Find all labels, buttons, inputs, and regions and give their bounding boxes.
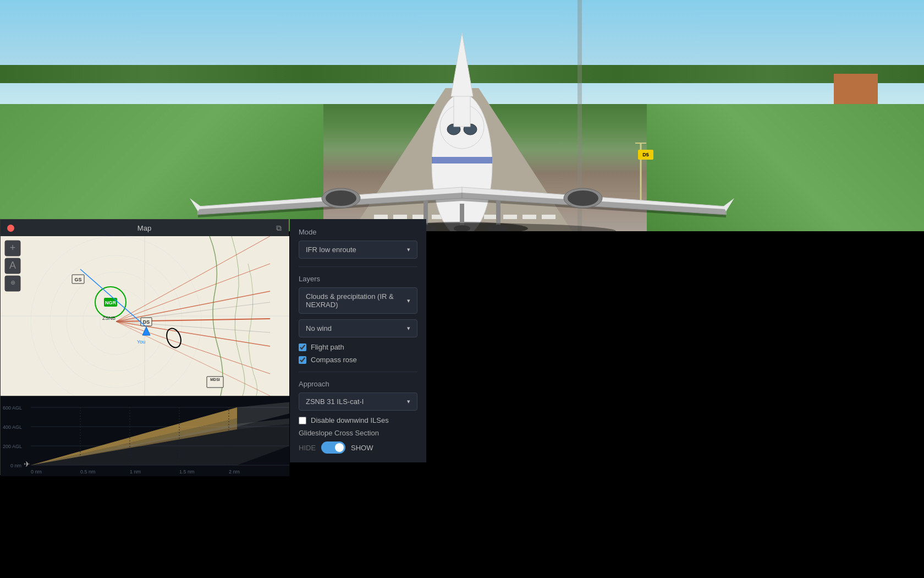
layer1-dropdown[interactable]: Clouds & precipitation (IR & NEXRAD) ▾ bbox=[299, 287, 417, 314]
divider-2 bbox=[299, 372, 417, 372]
svg-text:+: + bbox=[10, 242, 16, 253]
svg-marker-36 bbox=[190, 198, 201, 211]
svg-text:NGR: NGR bbox=[105, 300, 117, 306]
svg-marker-27 bbox=[451, 33, 473, 96]
mode-dropdown[interactable]: IFR low enroute ▾ bbox=[299, 241, 417, 259]
expand-icon[interactable]: ⧉ bbox=[276, 223, 282, 233]
divider-1 bbox=[299, 266, 417, 267]
svg-text:DS: DS bbox=[143, 319, 150, 325]
svg-text:A: A bbox=[9, 260, 16, 271]
mode-selected: IFR low enroute bbox=[306, 246, 356, 254]
svg-text:0 nm: 0 nm bbox=[31, 469, 42, 475]
svg-text:MDSI: MDSI bbox=[210, 378, 220, 381]
svg-text:0 nm: 0 nm bbox=[10, 463, 21, 468]
compass-rose-label[interactable]: Compass rose bbox=[311, 356, 357, 364]
svg-text:✈: ✈ bbox=[24, 460, 30, 468]
glideslope-label: Glideslope Cross Section bbox=[299, 429, 417, 437]
layers-label: Layers bbox=[299, 275, 417, 283]
svg-rect-28 bbox=[432, 157, 492, 163]
disable-downwind-checkbox[interactable] bbox=[299, 417, 306, 424]
flight-path-label[interactable]: Flight path bbox=[311, 343, 344, 351]
approach-dropdown[interactable]: ZSNB 31 ILS-cat-I ▾ bbox=[299, 392, 417, 411]
settings-panel: Mode IFR low enroute ▾ Layers Clouds & p… bbox=[290, 219, 426, 462]
svg-text:200 AGL: 200 AGL bbox=[3, 444, 22, 449]
svg-point-20 bbox=[326, 190, 356, 206]
svg-text:D5: D5 bbox=[642, 152, 649, 157]
svg-rect-26 bbox=[454, 94, 470, 127]
layer2-selected: No wind bbox=[306, 324, 332, 332]
map-canvas[interactable]: NGR GS ZSNB DS You bbox=[1, 236, 289, 396]
hide-label: HIDE bbox=[299, 444, 316, 452]
compass-rose-row: Compass rose bbox=[299, 356, 417, 364]
layer2-arrow-icon: ▾ bbox=[407, 325, 410, 332]
svg-text:You: You bbox=[137, 339, 145, 345]
approach-label: Approach bbox=[299, 380, 417, 388]
flight-path-checkbox[interactable] bbox=[299, 343, 306, 351]
svg-rect-4 bbox=[393, 215, 407, 219]
svg-rect-8 bbox=[503, 215, 517, 219]
disable-downwind-row: Disable downwind ILSes bbox=[299, 416, 417, 424]
approach-arrow-icon: ▾ bbox=[407, 398, 410, 405]
svg-rect-3 bbox=[374, 215, 388, 219]
svg-text:0.5 nm: 0.5 nm bbox=[80, 469, 96, 475]
close-button[interactable] bbox=[7, 225, 14, 232]
svg-point-22 bbox=[568, 190, 598, 206]
svg-text:⊕: ⊕ bbox=[10, 279, 15, 286]
glideslope-toggle-row: HIDE SHOW bbox=[299, 441, 417, 454]
svg-rect-10 bbox=[542, 215, 556, 219]
svg-text:1 nm: 1 nm bbox=[130, 469, 141, 475]
show-label: SHOW bbox=[351, 444, 373, 452]
svg-marker-37 bbox=[723, 198, 734, 211]
svg-rect-9 bbox=[522, 215, 536, 219]
svg-text:400 AGL: 400 AGL bbox=[3, 424, 22, 430]
mode-label: Mode bbox=[299, 228, 417, 236]
disable-downwind-label[interactable]: Disable downwind ILSes bbox=[311, 416, 389, 424]
svg-text:1.5 nm: 1.5 nm bbox=[179, 469, 195, 475]
approach-selected: ZSNB 31 ILS-cat-I bbox=[306, 397, 364, 406]
svg-text:ZSNB: ZSNB bbox=[102, 315, 116, 321]
svg-text:GS: GS bbox=[74, 277, 81, 282]
glideslope-toggle[interactable] bbox=[321, 441, 345, 454]
svg-text:600 AGL: 600 AGL bbox=[3, 405, 22, 411]
altitude-profile: 600 AGL 400 AGL 200 AGL 0 nm 0 nm 0.5 nm… bbox=[1, 396, 289, 476]
svg-text:2 nm: 2 nm bbox=[229, 469, 240, 475]
map-panel: Map ⧉ bbox=[0, 219, 289, 475]
layer2-dropdown[interactable]: No wind ▾ bbox=[299, 319, 417, 337]
flight-path-row: Flight path bbox=[299, 343, 417, 351]
mode-arrow-icon: ▾ bbox=[407, 246, 410, 253]
svg-rect-7 bbox=[484, 215, 498, 219]
compass-rose-checkbox[interactable] bbox=[299, 356, 306, 364]
map-title-bar: Map ⧉ bbox=[1, 220, 288, 236]
layer1-arrow-icon: ▾ bbox=[407, 297, 410, 304]
map-title: Map bbox=[138, 224, 151, 232]
layer1-selected: Clouds & precipitation (IR & NEXRAD) bbox=[306, 292, 407, 309]
